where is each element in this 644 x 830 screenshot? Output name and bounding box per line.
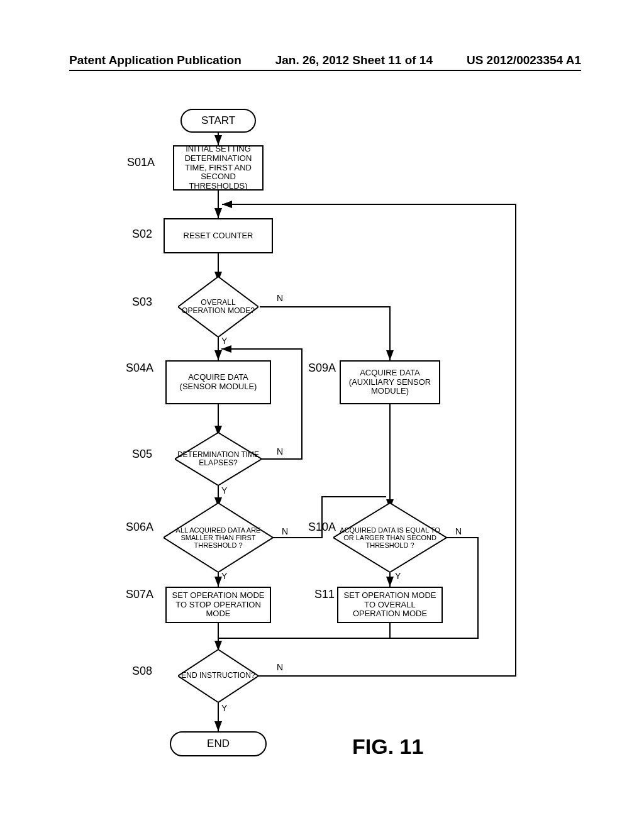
start-label: START xyxy=(201,114,235,127)
step-id-s06a: S06A xyxy=(126,521,153,534)
flowchart-connectors xyxy=(0,0,644,830)
step-s07a: SET OPERATION MODE TO STOP OPERATION MOD… xyxy=(165,587,271,623)
step-s10a-text: ACQUIRED DATA IS EQUAL TO OR LARGER THAN… xyxy=(335,526,445,549)
edge-s05-n: N xyxy=(277,446,283,456)
header-left: Patent Application Publication xyxy=(69,53,242,67)
flow-end: END xyxy=(170,731,267,756)
end-label: END xyxy=(207,738,230,750)
page: Patent Application Publication Jan. 26, … xyxy=(0,0,644,830)
step-s04a-text: ACQUIRE DATA (SENSOR MODULE) xyxy=(172,373,265,392)
step-s06a: ALL ACQUIRED DATA ARE SMALLER THAN FIRST… xyxy=(164,503,273,572)
step-s03-text: OVERALL OPERATION MODE? xyxy=(179,299,257,315)
step-s06a-text: ALL ACQUIRED DATA ARE SMALLER THAN FIRST… xyxy=(165,526,272,549)
step-s10a: ACQUIRED DATA IS EQUAL TO OR LARGER THAN… xyxy=(333,503,447,572)
step-id-s05: S05 xyxy=(132,448,152,461)
step-s04a: ACQUIRE DATA (SENSOR MODULE) xyxy=(165,360,271,404)
edge-s08-y: Y xyxy=(221,703,227,713)
step-s05: DETERMINATION TIME ELAPSES? xyxy=(175,433,262,485)
step-s01a-text: INITIAL SETTING DETERMINATION TIME, FIRS… xyxy=(179,145,257,192)
step-s08: END INSTRUCTION? xyxy=(178,650,258,702)
step-s11: SET OPERATION MODE TO OVERALL OPERATION … xyxy=(337,587,443,623)
edge-s06a-y: Y xyxy=(221,571,227,581)
step-id-s03: S03 xyxy=(132,296,152,309)
edge-s10a-n: N xyxy=(455,526,462,536)
step-id-s07a: S07A xyxy=(126,588,153,601)
step-s09a-text: ACQUIRE DATA (AUXILIARY SENSOR MODULE) xyxy=(346,368,434,397)
step-s08-text: END INSTRUCTION? xyxy=(181,672,255,680)
flow-start: START xyxy=(180,109,256,133)
step-s01a: INITIAL SETTING DETERMINATION TIME, FIRS… xyxy=(173,145,264,191)
step-s02: RESET COUNTER xyxy=(164,218,273,253)
edge-s03-n: N xyxy=(277,293,283,303)
step-id-s01a: S01A xyxy=(127,156,155,169)
page-header: Patent Application Publication Jan. 26, … xyxy=(69,53,581,71)
figure-label: FIG. 11 xyxy=(352,734,423,759)
header-right: US 2012/0023354 A1 xyxy=(467,53,581,67)
step-id-s09a: S09A xyxy=(308,362,336,375)
step-s03: OVERALL OPERATION MODE? xyxy=(178,277,258,337)
edge-s03-y: Y xyxy=(221,336,227,346)
step-id-s10a: S10A xyxy=(308,521,336,534)
step-id-s08: S08 xyxy=(132,665,152,678)
step-s11-text: SET OPERATION MODE TO OVERALL OPERATION … xyxy=(343,591,436,619)
step-s09a: ACQUIRE DATA (AUXILIARY SENSOR MODULE) xyxy=(340,360,440,404)
edge-s10a-y: Y xyxy=(395,571,401,581)
step-id-s02: S02 xyxy=(132,228,152,241)
edge-s06a-n: N xyxy=(282,526,288,536)
step-s02-text: RESET COUNTER xyxy=(184,231,253,241)
step-s05-text: DETERMINATION TIME ELAPSES? xyxy=(176,451,260,467)
step-id-s04a: S04A xyxy=(126,362,153,375)
edge-s05-y: Y xyxy=(221,485,227,495)
step-id-s11: S11 xyxy=(314,588,335,601)
header-mid: Jan. 26, 2012 Sheet 11 of 14 xyxy=(275,53,433,67)
step-s07a-text: SET OPERATION MODE TO STOP OPERATION MOD… xyxy=(172,591,265,619)
edge-s08-n: N xyxy=(277,662,283,672)
